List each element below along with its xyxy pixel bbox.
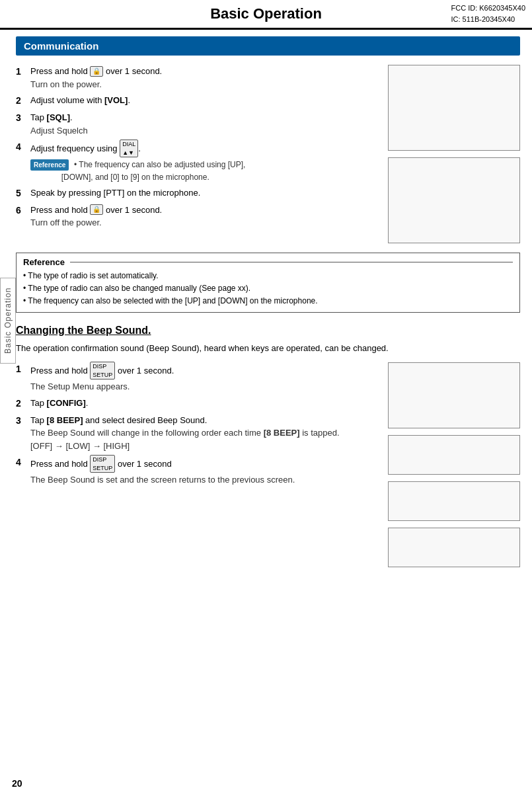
reference-box: Reference The type of radio is set autom…	[16, 253, 520, 313]
reference-item-3: The frequency can also be selected with …	[23, 295, 513, 307]
disp-icon-2: DISPSETUP	[90, 455, 115, 473]
beep-image-1	[388, 362, 520, 428]
comm-step-1: 1 Press and hold 🔒 over 1 second. Turn o…	[16, 65, 380, 91]
lock-icon-1: 🔒	[90, 66, 103, 77]
page-number: 20	[12, 778, 22, 789]
beep-section-title: Changing the Beep Sound.	[16, 325, 520, 337]
page-title: Basic Operation	[210, 5, 322, 22]
beep-steps: 1 Press and hold DISPSETUP over 1 second…	[16, 362, 380, 567]
beep-step-1: 1 Press and hold DISPSETUP over 1 second…	[16, 362, 380, 393]
comm-step-2: 2 Adjust volume with [VOL].	[16, 94, 380, 108]
comm-step-5: 5 Speak by pressing [PTT] on the microph…	[16, 186, 380, 200]
beep-step-3: 3 Tap [8 BEEP] and select desired Beep S…	[16, 414, 380, 453]
reference-box-list: The type of radio is set automatically. …	[23, 270, 513, 308]
beep-images	[388, 362, 520, 567]
reference-box-title: Reference	[23, 257, 513, 267]
communication-layout: 1 Press and hold 🔒 over 1 second. Turn o…	[16, 65, 520, 243]
comm-images	[388, 65, 520, 243]
beep-step-list: 1 Press and hold DISPSETUP over 1 second…	[16, 362, 380, 487]
comm-image-2	[388, 157, 520, 243]
dial-icon: DIAL▲▼	[120, 140, 138, 157]
beep-image-2	[388, 435, 520, 475]
comm-step-4: 4 Adjust frequency using DIAL▲▼. Referen…	[16, 140, 380, 183]
lock-icon-2: 🔒	[90, 204, 103, 215]
comm-step-list: 1 Press and hold 🔒 over 1 second. Turn o…	[16, 65, 380, 229]
beep-step-2: 2 Tap [CONFIG].	[16, 397, 380, 411]
beep-layout: 1 Press and hold DISPSETUP over 1 second…	[16, 362, 520, 567]
communication-steps: 1 Press and hold 🔒 over 1 second. Turn o…	[16, 65, 380, 243]
comm-step-3: 3 Tap [SQL]. Adjust Squelch	[16, 111, 380, 137]
communication-section-header: Communication	[16, 36, 520, 56]
beep-intro: The operation confirmation sound (Beep S…	[16, 342, 520, 355]
beep-image-3	[388, 481, 520, 521]
main-content: Communication 1 Press and hold 🔒 over 1 …	[0, 30, 532, 574]
reference-badge: Reference	[30, 159, 69, 171]
beep-image-4	[388, 528, 520, 567]
comm-step-6: 6 Press and hold 🔒 over 1 second. Turn o…	[16, 204, 380, 229]
disp-icon-1: DISPSETUP	[90, 362, 115, 379]
side-tab: Basic Operation	[0, 278, 16, 364]
beep-step-4: 4 Press and hold DISPSETUP over 1 second…	[16, 456, 380, 487]
reference-item-2: The type of radio can also be changed ma…	[23, 282, 513, 295]
reference-item-1: The type of radio is set automatically.	[23, 270, 513, 282]
fcc-info: FCC ID: K6620345X40 IC: 511B-20345X40	[451, 3, 525, 24]
comm-image-1	[388, 65, 520, 151]
page-header: Basic Operation FCC ID: K6620345X40 IC: …	[0, 0, 532, 30]
